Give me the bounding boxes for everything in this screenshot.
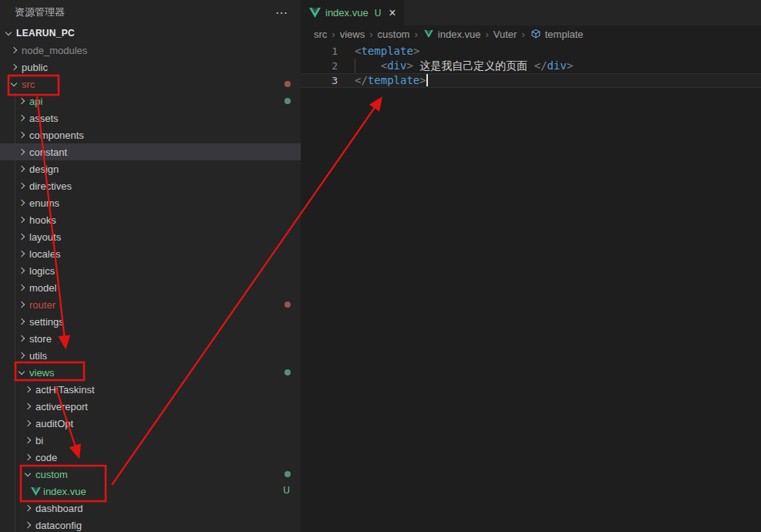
tree-item-label: code <box>35 452 57 463</box>
line-number: 1 <box>301 44 338 59</box>
tree-item-label: store <box>29 333 52 345</box>
tree-item-label: logics <box>29 265 55 277</box>
tree-item-node_modules[interactable]: node_modules <box>0 42 301 59</box>
editor-area: index.vue U × src›views›custom›index.vue… <box>301 0 761 532</box>
tree-item-src[interactable]: src <box>0 76 301 93</box>
tree-item-settings[interactable]: settings <box>0 313 301 330</box>
breadcrumb-label: Vuter <box>493 29 517 40</box>
tree-item-activereport[interactable]: activereport <box>0 398 301 415</box>
tree-item-router[interactable]: router <box>0 296 301 313</box>
tab-bar: index.vue U × <box>301 0 761 25</box>
chevron-right-icon <box>15 95 28 107</box>
tree-item-auditOpt[interactable]: auditOpt <box>0 415 301 432</box>
tree-item-utils[interactable]: utils <box>0 347 301 364</box>
tree-item-locales[interactable]: locales <box>0 245 301 262</box>
chevron-down-icon <box>15 366 28 379</box>
code-indent-guide <box>355 59 355 73</box>
breadcrumb-item-template[interactable]: template <box>530 28 584 40</box>
tree-item-label: locales <box>29 248 60 260</box>
tree-item-store[interactable]: store <box>0 330 301 347</box>
chevron-right-icon <box>15 231 28 243</box>
tree-item-custom[interactable]: custom <box>0 466 301 483</box>
tree-item-index.vue[interactable]: index.vueU <box>0 483 301 500</box>
tree-item-logics[interactable]: logics <box>0 262 301 279</box>
tree-item-bi[interactable]: bi <box>0 432 301 449</box>
breadcrumb-label: views <box>340 29 365 40</box>
chevron-right-icon <box>15 298 28 311</box>
line-number: 3 <box>301 74 338 87</box>
tree-item-label: settings <box>29 316 64 328</box>
line-content: <template> <box>338 44 419 59</box>
tree-item-actHiTaskinst[interactable]: actHiTaskinst <box>0 381 301 398</box>
breadcrumb-item-custom[interactable]: custom <box>378 29 410 40</box>
chevron-right-icon <box>22 383 34 396</box>
tree-root-learun-pc[interactable]: LEARUN_PC <box>0 25 301 42</box>
chevron-right-icon <box>15 112 28 124</box>
chevron-right-icon <box>15 180 28 192</box>
tree-item-dashboard[interactable]: dashboard <box>0 500 301 517</box>
tree-item-directives[interactable]: directives <box>0 177 301 194</box>
tree-item-label: activereport <box>35 401 88 412</box>
tree-item-api[interactable]: api <box>0 93 301 109</box>
close-icon[interactable]: × <box>389 7 396 19</box>
tree-item-label: dataconfig <box>35 520 82 531</box>
tree-item-assets[interactable]: assets <box>0 109 301 126</box>
vue-file-icon <box>29 485 42 497</box>
tree-item-views[interactable]: views <box>0 364 301 381</box>
breadcrumb-item-Vuter[interactable]: Vuter <box>493 29 517 40</box>
tree-item-label: utils <box>29 350 47 362</box>
tree-item-label: assets <box>29 113 59 124</box>
chevron-right-icon <box>22 400 34 412</box>
tree-item-constant[interactable]: constant <box>0 143 301 160</box>
chevron-right-icon <box>8 44 20 56</box>
tree-item-label: actHiTaskinst <box>35 384 95 396</box>
chevron-right-icon <box>15 247 28 260</box>
explorer-sidebar: 资源管理器 ⋯ LEARUN_PC node_modulespublicsrca… <box>0 0 301 532</box>
tree-item-dataconfig[interactable]: dataconfig <box>0 517 301 532</box>
code-line-1[interactable]: 1<template> <box>301 44 761 59</box>
git-status-badge: U <box>375 8 382 19</box>
code-line-3[interactable]: 3</template> <box>301 73 761 88</box>
tree-item-model[interactable]: model <box>0 279 301 296</box>
symbol-template-icon <box>530 28 542 40</box>
chevron-right-icon <box>15 264 28 277</box>
chevron-right-icon <box>22 451 34 463</box>
more-actions-icon[interactable]: ⋯ <box>275 5 288 20</box>
tree-item-code[interactable]: code <box>0 449 301 466</box>
breadcrumb-item-index.vue[interactable]: index.vue <box>423 28 481 40</box>
breadcrumb-separator: › <box>414 29 417 40</box>
tree-item-enums[interactable]: enums <box>0 194 301 211</box>
tree-item-label: dashboard <box>35 503 82 514</box>
code-editor[interactable]: 1<template>2 <div> 这是我自己定义的页面 </div>3</t… <box>301 42 761 88</box>
chevron-right-icon <box>15 214 28 226</box>
code-line-2[interactable]: 2 <div> 这是我自己定义的页面 </div> <box>301 59 761 73</box>
explorer-header: 资源管理器 ⋯ <box>0 0 301 25</box>
tree-item-layouts[interactable]: layouts <box>0 228 301 245</box>
breadcrumb-label: index.vue <box>438 29 481 40</box>
tree-item-public[interactable]: public <box>0 59 301 76</box>
tab-index-vue[interactable]: index.vue U × <box>301 0 404 25</box>
git-untracked-dot <box>285 98 291 104</box>
tree-item-label: model <box>29 282 56 294</box>
tree-item-design[interactable]: design <box>0 160 301 177</box>
tree-item-label: design <box>29 163 59 175</box>
line-content: <div> 这是我自己定义的页面 </div> <box>338 59 573 73</box>
chevron-right-icon <box>15 332 28 345</box>
chevron-right-icon <box>15 197 28 209</box>
tree-item-label: enums <box>29 197 59 209</box>
file-tree: node_modulespublicsrcapiassetscomponents… <box>0 42 301 532</box>
vue-icon <box>308 7 321 19</box>
chevron-right-icon <box>15 349 28 362</box>
breadcrumb-separator: › <box>521 29 524 40</box>
tree-item-label: node_modules <box>22 45 87 56</box>
breadcrumb-item-views[interactable]: views <box>340 29 365 40</box>
tree-item-hooks[interactable]: hooks <box>0 211 301 228</box>
breadcrumb-label: src <box>314 29 327 40</box>
tree-item-label: layouts <box>29 231 61 243</box>
chevron-right-icon <box>15 163 28 175</box>
tree-item-label: index.vue <box>43 486 86 497</box>
tree-item-label: api <box>29 96 42 107</box>
tree-item-components[interactable]: components <box>0 126 301 143</box>
breadcrumb-item-src[interactable]: src <box>314 29 327 40</box>
breadcrumb-label: custom <box>378 29 410 40</box>
